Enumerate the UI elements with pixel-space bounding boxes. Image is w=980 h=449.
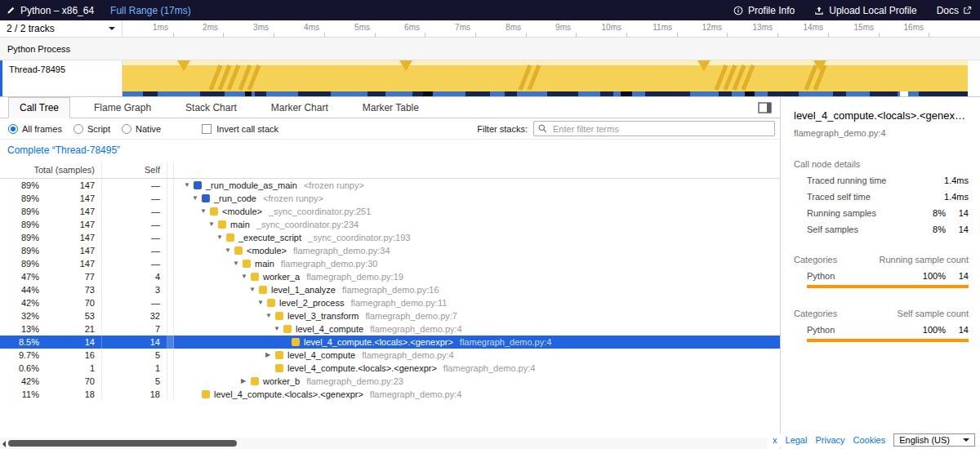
sidebar-details-header: Call node details <box>794 159 969 169</box>
file-location: flamegraph_demo.py:4 <box>460 337 552 347</box>
tree-row[interactable]: 32%5332▼level_3_transformflamegraph_demo… <box>0 309 780 322</box>
language-select[interactable]: English (US) <box>893 433 975 447</box>
tree-row[interactable]: 89%147—▼_run_module_as_main<frozen runpy… <box>0 179 780 192</box>
function-name: _execute_script <box>238 233 301 242</box>
footer-link-legal[interactable]: Legal <box>786 435 808 445</box>
footer-close-link[interactable]: x <box>773 435 777 445</box>
process-label: Python Process <box>7 44 70 54</box>
tab-marker-table[interactable]: Marker Table <box>352 97 430 118</box>
filter-search-input[interactable] <box>551 123 770 135</box>
file-location: flamegraph_demo.py:4 <box>370 389 462 399</box>
tree-row[interactable]: 47%774▼worker_aflamegraph_demo.py:19 <box>0 270 780 283</box>
twisty-expanded[interactable]: ▼ <box>241 270 251 283</box>
tree-row[interactable]: 42%705▶worker_bflamegraph_demo.py:23 <box>0 375 780 388</box>
twisty-expanded[interactable]: ▼ <box>216 231 226 244</box>
profile-info-button[interactable]: Profile Info <box>733 5 795 16</box>
categories-count-label: Self sample count <box>898 309 969 318</box>
filter-stacks-label: Filter stacks: <box>477 124 528 134</box>
tree-row[interactable]: 44%733▼level_1_analyzeflamegraph_demo.py… <box>0 283 780 296</box>
twisty-collapsed[interactable]: ▶ <box>241 375 251 388</box>
file-location: _sync_coordinator.py:193 <box>308 233 410 242</box>
invert-call-stack-label[interactable]: Invert call stack <box>216 124 278 134</box>
tracks-dropdown-button[interactable]: 2 / 2 tracks <box>0 20 122 37</box>
tree-row[interactable]: 89%147—▼_run_code<frozen runpy> <box>0 192 780 205</box>
footer-link-cookies[interactable]: Cookies <box>853 435 886 445</box>
twisty-expanded[interactable]: ▼ <box>208 218 218 231</box>
twisty-expanded[interactable]: ▼ <box>233 257 243 270</box>
function-name: level_4_compute.<locals>.<genexpr> <box>287 363 437 373</box>
twisty-expanded[interactable]: ▼ <box>274 322 283 336</box>
twisty-expanded[interactable]: ▼ <box>257 296 267 309</box>
invert-call-stack-checkbox[interactable] <box>202 124 212 134</box>
process-track-header[interactable]: Python Process <box>0 38 980 60</box>
tree-row[interactable]: 9.7%165▶level_4_computeflamegraph_demo.p… <box>0 349 780 362</box>
categories-count-label: Running sample count <box>880 255 969 265</box>
language-value: English (US) <box>899 435 950 445</box>
category-name: Python <box>794 325 915 335</box>
function-name: level_4_compute <box>296 324 363 334</box>
tab-call-tree[interactable]: Call Tree <box>8 97 70 118</box>
upload-profile-button[interactable]: Upload Local Profile <box>814 5 916 16</box>
timeline-ruler: 2 / 2 tracks 1ms2ms3ms4ms5ms6ms7ms8ms9ms… <box>0 20 980 38</box>
docs-label: Docs <box>937 5 959 16</box>
frame-category-square <box>267 299 275 307</box>
tree-row[interactable]: 0.6%11level_4_compute.<locals>.<genexpr>… <box>0 362 780 375</box>
function-name: main <box>255 259 274 269</box>
function-name: worker_b <box>263 376 300 386</box>
detail-row: Self samples 8% 14 <box>794 224 969 234</box>
tree-row[interactable]: 89%147—▼main_sync_coordinator.py:234 <box>0 218 780 231</box>
radio-all-frames[interactable] <box>8 124 18 134</box>
file-location: flamegraph_demo.py:4 <box>443 363 536 373</box>
frame-category-square <box>275 364 283 372</box>
frame-category-square <box>275 312 283 320</box>
file-location: flamegraph_demo.py:23 <box>306 376 403 386</box>
tab-stack-chart[interactable]: Stack Chart <box>175 97 247 118</box>
tree-row[interactable]: 11%1818level_4_compute.<locals>.<genexpr… <box>0 388 780 401</box>
external-link-icon <box>963 6 972 15</box>
column-category-strip <box>167 161 174 178</box>
radio-all-frames-label[interactable]: All frames <box>22 124 62 134</box>
panel-tabbar: Call Tree Flame Graph Stack Chart Marker… <box>0 97 780 118</box>
scroll-left-arrow-icon[interactable] <box>2 441 6 447</box>
sidebar-toggle-button[interactable] <box>758 97 772 118</box>
thread-activity-graph[interactable] <box>122 60 968 96</box>
radio-script[interactable] <box>74 124 83 134</box>
ruler-tick-label: 12ms <box>675 23 724 32</box>
twisty-expanded[interactable]: ▼ <box>184 179 194 192</box>
file-location: _sync_coordinator.py:234 <box>256 220 359 229</box>
tree-row[interactable]: 89%147—▼<module>flamegraph_demo.py:34 <box>0 244 780 257</box>
twisty-expanded[interactable]: ▼ <box>192 192 202 205</box>
frame-category-square <box>251 273 259 281</box>
breadcrumb[interactable]: Complete “Thread-78495” <box>7 144 120 156</box>
twisty-expanded[interactable]: ▼ <box>249 283 259 296</box>
horizontal-scrollbar[interactable] <box>0 438 768 449</box>
tree-row[interactable]: 8.5%1414level_4_compute.<locals>.<genexp… <box>0 336 780 349</box>
sidebar-node-title: level_4_compute.<locals>.<genexpr> <box>794 109 969 122</box>
profile-name-button[interactable]: Python – x86_64 <box>7 5 110 16</box>
radio-script-label[interactable]: Script <box>87 124 110 134</box>
ruler-tick-label: 14ms <box>777 23 826 32</box>
footer-link-privacy[interactable]: Privacy <box>815 435 844 445</box>
twisty-expanded[interactable]: ▼ <box>265 309 275 322</box>
tab-marker-chart[interactable]: Marker Chart <box>261 97 339 118</box>
detail-row: Running samples 8% 14 <box>794 208 969 218</box>
tab-flame-graph[interactable]: Flame Graph <box>83 97 162 118</box>
twisty-collapsed[interactable]: ▶ <box>265 349 275 362</box>
radio-native-label[interactable]: Native <box>136 124 161 134</box>
tree-row[interactable]: 89%147—▼_execute_script_sync_coordinator… <box>0 231 780 244</box>
radio-native[interactable] <box>122 124 131 134</box>
category-strip <box>167 309 174 322</box>
frame-category-square <box>234 247 243 255</box>
full-range-link[interactable]: Full Range (17ms) <box>110 5 191 16</box>
scrollbar-thumb[interactable] <box>8 440 237 447</box>
detail-pct: 8% <box>915 208 946 218</box>
twisty-expanded[interactable]: ▼ <box>200 205 210 218</box>
docs-button[interactable]: Docs <box>937 5 972 16</box>
thread-track: Thread-78495 <box>0 60 980 97</box>
tree-row[interactable]: 13%217▼level_4_computeflamegraph_demo.py… <box>0 322 780 336</box>
tree-row[interactable]: 89%147—▼<module>_sync_coordinator.py:251 <box>0 205 780 218</box>
twisty-expanded[interactable]: ▼ <box>225 244 234 257</box>
tree-row[interactable]: 89%147—▼mainflamegraph_demo.py:30 <box>0 257 780 270</box>
thread-track-label[interactable]: Thread-78495 <box>0 60 122 96</box>
tree-row[interactable]: 42%70—▼level_2_processflamegraph_demo.py… <box>0 296 780 309</box>
